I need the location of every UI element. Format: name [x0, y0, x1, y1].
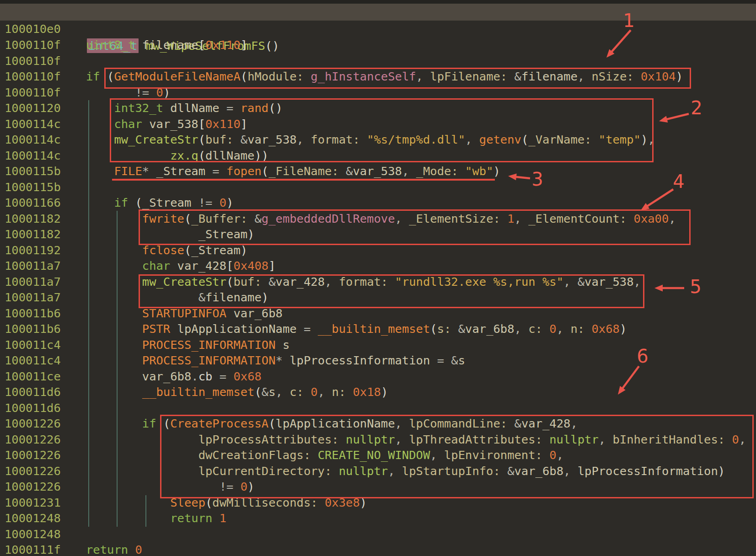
- line-address[interactable]: 1000114c: [5, 148, 61, 164]
- code-token[interactable]: _Mode:: [416, 164, 465, 178]
- code-token[interactable]: s: [268, 385, 275, 399]
- code-token[interactable]: (: [430, 322, 437, 336]
- code-token[interactable]: var_6b8: [465, 322, 514, 336]
- code-token[interactable]: .: [191, 369, 198, 383]
- code-token[interactable]: var_538: [353, 164, 402, 178]
- code-token[interactable]: 0x408: [233, 259, 268, 273]
- code-token[interactable]: [212, 511, 219, 525]
- line-address[interactable]: 100011a7: [5, 274, 61, 290]
- line-code[interactable]: __builtin_memset(&s, c: 0, n: 0x18): [86, 384, 388, 400]
- code-token[interactable]: if: [142, 417, 156, 430]
- code-token[interactable]: 1: [220, 511, 226, 525]
- code-line[interactable]: 1000110f: [0, 53, 756, 69]
- line-address[interactable]: 10001182: [5, 211, 61, 227]
- code-line[interactable]: 100011d6: [0, 400, 756, 416]
- line-address[interactable]: 100011c4: [5, 337, 61, 353]
- line-address[interactable]: 10001226: [5, 463, 61, 479]
- line-address[interactable]: 1000115b: [5, 179, 61, 195]
- line-address[interactable]: 100011b6: [5, 321, 61, 337]
- code-token[interactable]: if: [114, 196, 128, 209]
- code-token[interactable]: 0x110: [205, 38, 241, 52]
- line-address[interactable]: 10001192: [5, 242, 61, 258]
- code-token[interactable]: c:: [290, 385, 311, 399]
- code-token[interactable]: return: [170, 511, 212, 525]
- code-token[interactable]: _Stream: [156, 164, 205, 178]
- code-token[interactable]: &: [262, 385, 268, 399]
- code-token[interactable]: __builtin_memset: [142, 385, 255, 399]
- line-address[interactable]: 10001226: [5, 479, 61, 495]
- line-code[interactable]: FILE* _Stream = fopen(_FileName: &var_53…: [86, 163, 500, 179]
- code-token[interactable]: =: [297, 322, 318, 336]
- code-token[interactable]: 0: [311, 385, 317, 399]
- code-token[interactable]: _Stream: [191, 243, 240, 257]
- code-token[interactable]: fopen: [226, 164, 262, 178]
- line-address[interactable]: 10001226: [5, 447, 61, 463]
- line-address[interactable]: 1000110f: [5, 53, 61, 69]
- line-address[interactable]: 10001248: [5, 510, 61, 526]
- line-address[interactable]: 1000111f: [5, 542, 61, 556]
- code-token[interactable]: !=: [191, 196, 219, 209]
- code-line[interactable]: 1000115b: [0, 179, 756, 195]
- code-token[interactable]: STARTUPINFOA: [142, 306, 226, 320]
- code-token[interactable]: [: [198, 38, 205, 52]
- code-token[interactable]: __builtin_memset: [318, 322, 430, 336]
- line-address[interactable]: 100011c4: [5, 353, 61, 369]
- code-token[interactable]: var_428: [177, 259, 226, 273]
- line-address[interactable]: 1000114c: [5, 116, 61, 132]
- code-token[interactable]: *: [276, 353, 290, 367]
- code-token[interactable]: (: [135, 196, 142, 209]
- line-address[interactable]: 1000110f: [5, 69, 61, 85]
- line-code[interactable]: return 0: [86, 542, 142, 556]
- line-code[interactable]: return 1: [86, 510, 226, 526]
- code-token[interactable]: PROCESS_INFORMATION: [142, 353, 276, 367]
- code-line[interactable]: 100011c4PROCESS_INFORMATION* lpProcessIn…: [0, 353, 756, 369]
- code-line[interactable]: 100011b6PSTR lpApplicationName = __built…: [0, 321, 756, 337]
- line-address[interactable]: 1000110f: [5, 37, 61, 53]
- code-token[interactable]: ,: [557, 322, 571, 336]
- code-token[interactable]: var_6b8: [233, 306, 282, 320]
- code-token[interactable]: [128, 543, 135, 556]
- line-address[interactable]: 10001182: [5, 226, 61, 242]
- line-address[interactable]: 10001226: [5, 416, 61, 432]
- code-line[interactable]: 100011a7char var_428[0x408]: [0, 258, 756, 274]
- code-line[interactable]: 1000110fuint8_t filename[0x110]: [0, 37, 756, 53]
- line-address[interactable]: 1000115b: [5, 163, 61, 179]
- code-token[interactable]: var_6b8: [142, 369, 191, 383]
- code-token[interactable]: *: [142, 164, 156, 178]
- code-token[interactable]: ): [241, 243, 247, 257]
- code-token[interactable]: ,: [318, 385, 332, 399]
- line-address[interactable]: 10001166: [5, 195, 61, 211]
- code-token[interactable]: cb: [198, 369, 213, 383]
- code-token[interactable]: char: [142, 259, 170, 273]
- code-token[interactable]: _Stream: [142, 196, 191, 209]
- code-token[interactable]: (: [254, 385, 261, 399]
- line-address[interactable]: 10001226: [5, 432, 61, 448]
- code-token[interactable]: [170, 322, 177, 336]
- code-token[interactable]: uint8_t: [86, 38, 135, 52]
- code-token[interactable]: (: [184, 243, 191, 257]
- code-token[interactable]: = &: [430, 353, 458, 367]
- code-token[interactable]: filename: [142, 38, 198, 52]
- line-address[interactable]: 10001120: [5, 100, 61, 116]
- code-token[interactable]: return: [86, 543, 128, 556]
- line-code[interactable]: char var_428[0x408]: [86, 258, 276, 274]
- line-code[interactable]: uint8_t filename[0x110]: [86, 37, 247, 53]
- line-address[interactable]: 100011d6: [5, 400, 61, 416]
- code-token[interactable]: FILE: [114, 164, 142, 178]
- code-token[interactable]: ): [493, 164, 500, 178]
- code-token[interactable]: lpApplicationName: [177, 322, 297, 336]
- code-line[interactable]: 10001166if (_Stream != 0): [0, 195, 756, 211]
- code-token[interactable]: ): [226, 196, 233, 209]
- line-address[interactable]: 100011a7: [5, 258, 61, 274]
- code-token[interactable]: &: [346, 164, 353, 178]
- code-token[interactable]: [: [226, 259, 233, 273]
- code-token[interactable]: n:: [570, 322, 591, 336]
- code-token[interactable]: ): [381, 385, 388, 399]
- line-address[interactable]: 100011ce: [5, 369, 61, 385]
- code-token[interactable]: 0: [135, 543, 142, 556]
- code-token[interactable]: 0x68: [591, 322, 619, 336]
- code-token[interactable]: n:: [332, 385, 353, 399]
- code-line[interactable]: 10001248: [0, 526, 756, 542]
- code-line[interactable]: 100011c4PROCESS_INFORMATION s: [0, 337, 756, 353]
- code-line[interactable]: 1000115bFILE* _Stream = fopen(_FileName:…: [0, 163, 756, 179]
